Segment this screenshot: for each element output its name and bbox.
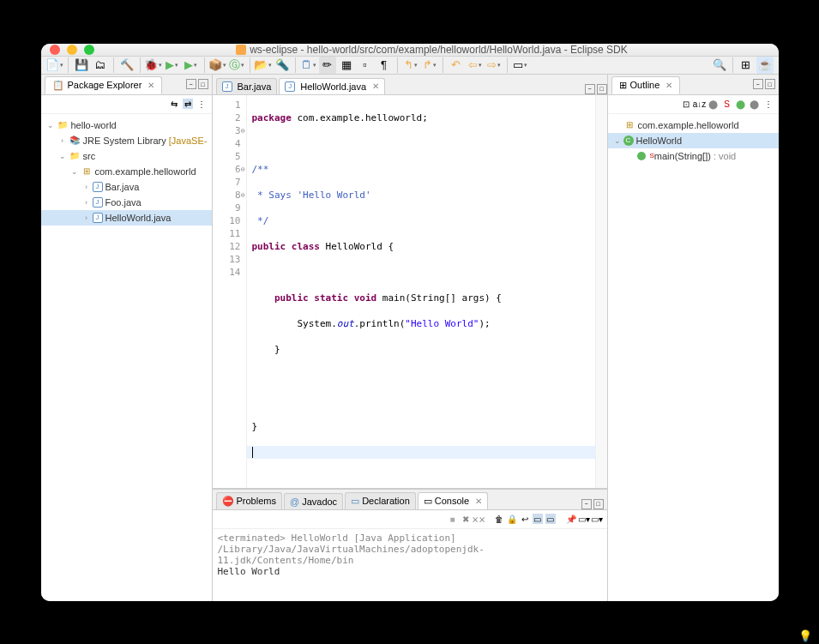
package-explorer-tab[interactable]: 📋 Package Explorer ✕: [45, 76, 163, 94]
outline-package-node[interactable]: ⊞com.example.helloworld: [608, 117, 779, 133]
hide-static-button[interactable]: S: [722, 99, 732, 109]
outline-class-label: HelloWorld: [636, 135, 683, 146]
project-node[interactable]: ⌄📁hello-world: [41, 117, 212, 133]
back-button[interactable]: ⇦: [467, 57, 484, 74]
word-wrap-button[interactable]: ↩: [520, 514, 530, 524]
scroll-lock-button[interactable]: 🔒: [507, 514, 517, 524]
close-icon[interactable]: ✕: [148, 81, 154, 90]
minimize-bottom-button[interactable]: −: [581, 499, 592, 509]
search-button[interactable]: 🔦: [274, 57, 291, 74]
window-title-text: ws-eclipse - hello-world/src/com/example…: [250, 44, 628, 56]
clear-console-button[interactable]: 🗑: [494, 514, 504, 524]
hide-fields-button[interactable]: ⬤: [708, 99, 719, 109]
new-button[interactable]: 📄: [46, 57, 63, 74]
window-title: ws-eclipse - hello-world/src/com/example…: [94, 44, 770, 56]
close-icon[interactable]: ✕: [665, 81, 672, 90]
file-hw-label: HelloWorld.java: [105, 213, 172, 223]
annotation-prev-button[interactable]: ↰: [402, 57, 419, 74]
hide-nonpublic-button[interactable]: ⬤: [736, 99, 746, 109]
open-task-button[interactable]: 🗒: [300, 57, 317, 74]
open-console-button[interactable]: ▭▾: [592, 514, 602, 524]
file-foo-node[interactable]: ›JFoo.java: [41, 195, 212, 210]
minimize-window-button[interactable]: [67, 45, 77, 55]
eclipse-icon: [236, 45, 246, 55]
problems-tab[interactable]: ⛔Problems: [216, 492, 282, 509]
editor-tab-bar[interactable]: JBar.java: [216, 78, 278, 94]
code-editor[interactable]: 12 3⊖ 45 6⊖ 7 8⊖ 91011121314 package com…: [213, 95, 607, 489]
file-helloworld-node[interactable]: ›JHelloWorld.java: [41, 210, 212, 226]
minimize-view-button[interactable]: −: [186, 79, 196, 89]
declaration-tab[interactable]: ▭Declaration: [345, 492, 416, 509]
javadoc-tab[interactable]: @Javadoc: [284, 493, 343, 509]
package-explorer-tree[interactable]: ⌄📁hello-world ›📚JRE System Library [Java…: [41, 114, 212, 601]
line-gutter[interactable]: 12 3⊖ 45 6⊖ 7 8⊖ 91011121314: [213, 95, 247, 488]
zoom-window-button[interactable]: [84, 45, 94, 55]
jre-node[interactable]: ›📚JRE System Library [JavaSE-: [41, 133, 212, 148]
minimize-outline-button[interactable]: −: [753, 79, 763, 89]
remove-launch-button[interactable]: ✖: [461, 514, 471, 524]
maximize-outline-button[interactable]: □: [765, 79, 775, 89]
src-node[interactable]: ⌄📁src: [41, 148, 212, 164]
pin-console-button[interactable]: 📌: [566, 514, 576, 524]
console-tab[interactable]: ▭Console✕: [418, 492, 488, 509]
code-content[interactable]: package com.example.helloworld; /** * Sa…: [247, 95, 595, 488]
close-tab-icon[interactable]: ✕: [475, 497, 482, 506]
outline-method-node[interactable]: Smain(String[]) : void: [608, 148, 779, 164]
new-package-button[interactable]: 📦: [209, 57, 226, 74]
outline-tree[interactable]: ⊞com.example.helloworld ⌄CHelloWorld Sma…: [608, 114, 779, 601]
remove-all-button[interactable]: ⨯⨯: [473, 514, 484, 524]
toggle-mark-button[interactable]: ✏: [319, 57, 336, 74]
workspace: 📋 Package Explorer ✕ − □ ⇆ ⇄ ⋮ ⌄📁hello-w…: [41, 75, 779, 601]
sort-button[interactable]: a↓z: [695, 99, 705, 109]
collapse-all-button[interactable]: ⇆: [169, 99, 179, 109]
editor-tab-helloworld[interactable]: JHelloWorld.java✕: [279, 78, 385, 94]
view-menu-button[interactable]: ⋮: [196, 99, 207, 109]
coverage-button[interactable]: ▶: [183, 57, 200, 74]
center-area: JBar.java JHelloWorld.java✕ −□ 12 3⊖ 45 …: [213, 75, 607, 601]
console-output[interactable]: <terminated> HelloWorld [Java Applicatio…: [213, 529, 607, 601]
project-label: hello-world: [71, 120, 117, 130]
terminate-button[interactable]: ■: [448, 514, 458, 524]
save-all-button[interactable]: 🗂: [92, 57, 109, 74]
show-whitespace-button[interactable]: ▫: [357, 57, 374, 74]
close-tab-icon[interactable]: ✕: [372, 81, 379, 91]
outline-menu-button[interactable]: ⋮: [763, 99, 774, 109]
last-edit-button[interactable]: ↶: [448, 57, 465, 74]
java-perspective-button[interactable]: ☕: [756, 57, 774, 74]
package-node[interactable]: ⌄⊞com.example.helloworld: [41, 164, 212, 179]
close-window-button[interactable]: [50, 45, 60, 55]
perspective-button[interactable]: ▭: [512, 57, 529, 74]
link-editor-button[interactable]: ⇄: [183, 99, 193, 109]
forward-button[interactable]: ⇨: [485, 57, 503, 74]
maximize-view-button[interactable]: □: [198, 79, 208, 89]
file-bar-node[interactable]: ›JBar.java: [41, 179, 212, 195]
eclipse-window: ws-eclipse - hello-world/src/com/example…: [41, 44, 779, 601]
fold-icon[interactable]: ⊖: [241, 163, 245, 176]
minimize-editor-button[interactable]: −: [585, 84, 595, 94]
maximize-bottom-button[interactable]: □: [593, 499, 604, 509]
quick-access-button[interactable]: 🔍: [711, 57, 728, 74]
outline-tab[interactable]: ⊞ Outline ✕: [611, 76, 681, 94]
fold-icon[interactable]: ⊖: [241, 189, 245, 202]
save-button[interactable]: 💾: [73, 57, 90, 74]
debug-button[interactable]: 🐞: [145, 57, 162, 74]
new-type-button[interactable]: Ⓖ: [228, 57, 245, 74]
build-button[interactable]: 🔨: [118, 57, 135, 74]
show-on-out-button[interactable]: ▭: [533, 514, 543, 524]
hide-local-button[interactable]: ⬤: [750, 99, 760, 109]
run-button[interactable]: ▶: [164, 57, 181, 74]
toggle-block-button[interactable]: ▦: [338, 57, 355, 74]
maximize-editor-button[interactable]: □: [597, 84, 607, 94]
fold-icon[interactable]: ⊖: [241, 124, 245, 137]
outline-package-label: com.example.helloworld: [638, 120, 739, 130]
show-on-err-button[interactable]: ▭: [545, 514, 556, 524]
outline-class-node[interactable]: ⌄CHelloWorld: [608, 133, 779, 148]
display-console-button[interactable]: ▭▾: [579, 514, 589, 524]
overview-ruler[interactable]: [595, 95, 607, 488]
open-perspective-button[interactable]: ⊞: [738, 57, 755, 74]
open-type-button[interactable]: 📂: [255, 57, 272, 74]
annotation-next-button[interactable]: ↱: [421, 57, 438, 74]
focus-button[interactable]: ⊡: [681, 99, 691, 109]
package-explorer-panel: 📋 Package Explorer ✕ − □ ⇆ ⇄ ⋮ ⌄📁hello-w…: [41, 75, 213, 601]
pin-button[interactable]: ¶: [376, 57, 393, 74]
